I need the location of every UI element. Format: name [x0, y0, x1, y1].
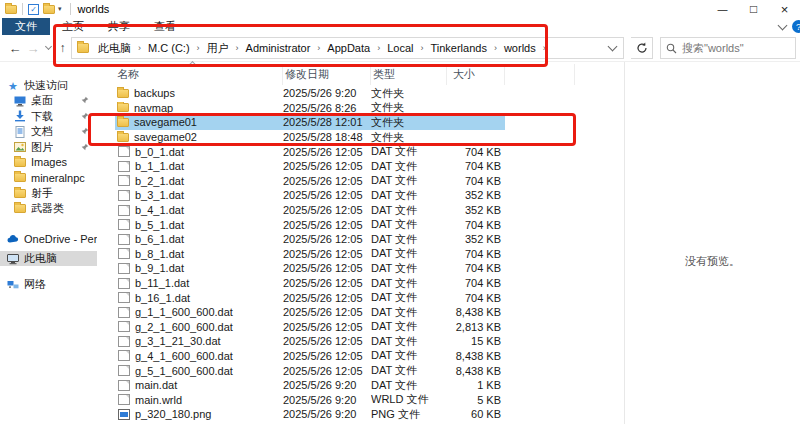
breadcrumb-item[interactable]: Local ›: [384, 40, 427, 56]
file-row[interactable]: b_3_1.dat 2025/5/26 12:05 DAT 文件 352 KB: [115, 188, 505, 203]
tab-home[interactable]: 主页: [50, 17, 96, 36]
forward-button[interactable]: →: [24, 41, 42, 56]
file-row[interactable]: g_5_1_600_600.dat 2025/5/26 12:05 DAT 文件…: [115, 363, 505, 378]
file-date-modified: 2025/5/28 12:01: [283, 116, 371, 128]
breadcrumb-separator-icon[interactable]: ›: [490, 43, 501, 53]
column-header-date-modified[interactable]: 修改日期: [283, 64, 371, 85]
file-row[interactable]: main.wrld 2025/5/26 9:20 WRLD 文件 5 KB: [115, 392, 505, 407]
sidebar-item-downloads[interactable]: 下载: [0, 109, 97, 124]
sidebar-item-weapons-folder[interactable]: 武器类: [0, 201, 97, 216]
back-button[interactable]: ←: [6, 41, 24, 56]
quick-access-properties-icon[interactable]: ✓: [28, 4, 39, 15]
file-type: DAT 文件: [371, 173, 447, 188]
breadcrumb-separator-icon[interactable]: ›: [232, 43, 243, 53]
file-date-modified: 2025/5/26 12:05: [283, 350, 371, 362]
close-button[interactable]: ×: [769, 0, 800, 18]
breadcrumb-separator-icon[interactable]: ›: [313, 43, 324, 53]
sidebar-item-this-pc[interactable]: 此电脑: [0, 251, 97, 266]
file-type: DAT 文件: [371, 159, 447, 174]
breadcrumb-item[interactable]: 用户 ›: [204, 39, 243, 58]
file-row[interactable]: b_0_1.dat 2025/5/26 12:05 DAT 文件 704 KB: [115, 144, 505, 159]
file-row[interactable]: savegame02 2025/5/28 18:48 文件夹: [115, 130, 505, 145]
file-row[interactable]: g_2_1_600_600.dat 2025/5/26 12:05 DAT 文件…: [115, 320, 505, 335]
breadcrumb-separator-icon[interactable]: ›: [134, 43, 145, 53]
quick-access-customize-icon[interactable]: ▾: [58, 5, 62, 13]
file-row[interactable]: g_3_1_21_30.dat 2025/5/26 12:05 DAT 文件 1…: [115, 334, 505, 349]
sidebar-item-images-folder[interactable]: Images: [0, 155, 97, 170]
sidebar-item-pictures[interactable]: 图片: [0, 140, 97, 155]
address-dropdown-icon[interactable]: [603, 46, 621, 50]
sidebar-item-desktop[interactable]: 桌面: [0, 93, 97, 108]
minimize-button[interactable]: —: [707, 0, 738, 18]
sidebar-item-network[interactable]: 网络: [0, 277, 97, 292]
navigation-toolbar: ← → ↑ 此电脑 › M.C (C:) ›: [0, 35, 800, 62]
file-row[interactable]: b_16_1.dat 2025/5/26 12:05 DAT 文件 704 KB: [115, 290, 505, 305]
file-row[interactable]: b_4_1.dat 2025/5/26 12:05 DAT 文件 352 KB: [115, 203, 505, 218]
ribbon-expand-icon[interactable]: [778, 20, 788, 30]
breadcrumb-item[interactable]: worlds ›: [501, 40, 550, 56]
breadcrumb-item[interactable]: Tinkerlands ›: [427, 40, 500, 56]
file-row[interactable]: main.dat 2025/5/26 9:20 DAT 文件 1 KB: [115, 378, 505, 393]
column-header-size[interactable]: 大小: [447, 64, 505, 85]
tab-file[interactable]: 文件: [2, 18, 50, 35]
file-row[interactable]: g_4_1_600_600.dat 2025/5/26 12:05 DAT 文件…: [115, 349, 505, 364]
breadcrumb-item[interactable]: M.C (C:) ›: [145, 40, 204, 56]
sidebar-item-quick-access[interactable]: ★ 快速访问: [0, 78, 97, 93]
file-row[interactable]: backups 2025/5/26 9:20 文件夹: [115, 86, 505, 101]
help-icon[interactable]: ?: [792, 20, 800, 33]
file-size: 704 KB: [447, 262, 505, 274]
tab-view[interactable]: 查看: [142, 17, 188, 36]
file-row[interactable]: g_1_1_600_600.dat 2025/5/26 12:05 DAT 文件…: [115, 305, 505, 320]
file-size: 704 KB: [447, 248, 505, 260]
file-type-icon: [118, 321, 130, 332]
sidebar-item-archer-folder[interactable]: 射手: [0, 186, 97, 201]
quick-access-newfolder-icon[interactable]: [43, 5, 55, 14]
search-input[interactable]: 搜索"worlds": [660, 37, 796, 59]
file-name: b_16_1.dat: [135, 292, 190, 304]
file-type-icon: [117, 118, 129, 127]
breadcrumb-label: 用户: [204, 39, 232, 58]
sidebar-item-documents[interactable]: 文档: [0, 124, 97, 139]
maximize-button[interactable]: □: [738, 0, 769, 18]
column-header-type[interactable]: 类型: [371, 64, 447, 85]
breadcrumb-separator-icon[interactable]: ›: [539, 43, 550, 53]
file-explorer-window: ✓ ▾ worlds — □ × 文件 主页 共享 查看 ? ← → ↑: [0, 0, 800, 424]
address-bar[interactable]: 此电脑 › M.C (C:) › 用户 › Administrator: [71, 37, 624, 59]
breadcrumb-item[interactable]: AppData ›: [324, 40, 384, 56]
file-name: b_3_1.dat: [135, 189, 184, 201]
up-button[interactable]: ↑: [54, 41, 71, 55]
file-row[interactable]: b_5_1.dat 2025/5/26 12:05 DAT 文件 704 KB: [115, 217, 505, 232]
file-row[interactable]: savegame01 2025/5/28 12:01 文件夹: [115, 115, 505, 130]
breadcrumb-separator-icon[interactable]: ›: [193, 43, 204, 53]
refresh-icon: [636, 42, 648, 54]
file-row[interactable]: b_6_1.dat 2025/5/26 12:05 DAT 文件 352 KB: [115, 232, 505, 247]
file-type-icon: [118, 292, 130, 303]
file-row[interactable]: p_320_180.png 2025/5/26 9:20 PNG 文件 60 K…: [115, 407, 505, 422]
file-type: DAT 文件: [371, 144, 447, 159]
file-row[interactable]: navmap 2025/5/26 8:26 文件夹: [115, 101, 505, 116]
file-type: 文件夹: [371, 100, 447, 115]
file-row[interactable]: b_2_1.dat 2025/5/26 12:05 DAT 文件 704 KB: [115, 174, 505, 189]
sidebar-item-onedrive[interactable]: OneDrive - Persona: [0, 231, 97, 246]
breadcrumb-separator-icon[interactable]: ›: [373, 43, 384, 53]
refresh-button[interactable]: [631, 37, 653, 59]
file-row[interactable]: b_9_1.dat 2025/5/26 12:05 DAT 文件 704 KB: [115, 261, 505, 276]
recent-locations-icon[interactable]: [42, 47, 54, 49]
breadcrumb-item[interactable]: Administrator ›: [243, 40, 325, 56]
file-row[interactable]: b_1_1.dat 2025/5/26 12:05 DAT 文件 704 KB: [115, 159, 505, 174]
breadcrumb-item[interactable]: 此电脑 ›: [95, 39, 145, 58]
sidebar-item-mineralnpc-folder[interactable]: mineralnpc: [0, 170, 97, 185]
column-header-name[interactable]: 名称: [115, 64, 283, 85]
breadcrumb-separator-icon[interactable]: ›: [416, 43, 427, 53]
window-title: worlds: [78, 3, 110, 15]
file-date-modified: 2025/5/26 12:05: [283, 175, 371, 187]
file-type: DAT 文件: [371, 203, 447, 218]
navigation-pane: ★ 快速访问 桌面 下载: [0, 62, 97, 424]
file-rows: backups 2025/5/26 9:20 文件夹 navmap 2025/5…: [115, 86, 624, 422]
star-icon: ★: [7, 80, 19, 92]
desktop-icon: [14, 95, 26, 107]
tab-share[interactable]: 共享: [96, 17, 142, 36]
file-row[interactable]: b_11_1.dat 2025/5/26 12:05 DAT 文件 704 KB: [115, 276, 505, 291]
file-row[interactable]: b_8_1.dat 2025/5/26 12:05 DAT 文件 704 KB: [115, 247, 505, 262]
file-type-icon: [117, 89, 129, 98]
